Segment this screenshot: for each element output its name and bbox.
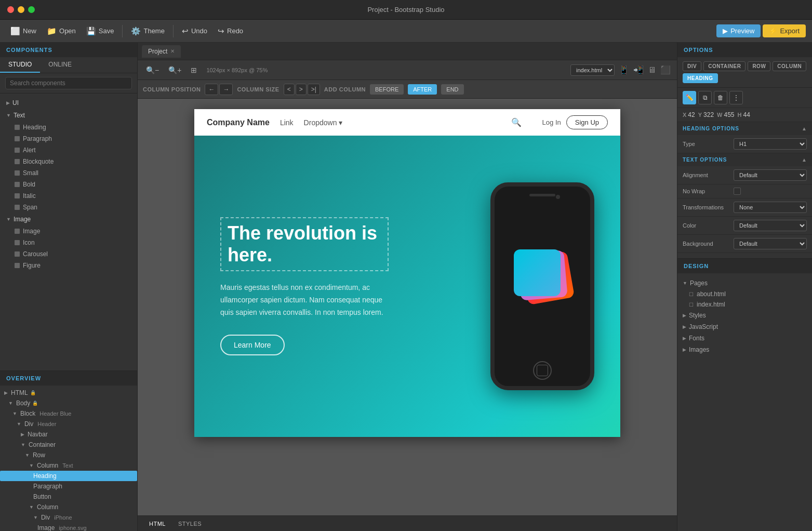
- ov-html[interactable]: ▶ HTML 🔒: [0, 388, 137, 398]
- widescreen-view-button[interactable]: ⬛: [659, 64, 672, 76]
- bottom-tab-html[interactable]: HTML: [143, 519, 172, 529]
- search-input[interactable]: [5, 77, 132, 89]
- ov-block[interactable]: ▼ Block Header Blue: [0, 408, 137, 419]
- ov-navbar[interactable]: ▶ Navbar: [0, 429, 137, 440]
- nowrap-checkbox[interactable]: [734, 188, 741, 195]
- site-login[interactable]: Log In: [542, 118, 561, 126]
- redo-button[interactable]: ↪ Redo: [214, 24, 247, 38]
- tree-item-figure[interactable]: Figure: [0, 260, 137, 271]
- tree-item-icon[interactable]: Icon: [0, 237, 137, 248]
- tree-item-paragraph[interactable]: Paragraph: [0, 133, 137, 144]
- theme-button[interactable]: ⚙️ Theme: [127, 24, 168, 38]
- export-button[interactable]: ⚡ Export: [763, 24, 806, 37]
- minimize-button[interactable]: [18, 6, 24, 13]
- ov-button[interactable]: Button: [0, 492, 137, 502]
- tab-div[interactable]: DIV: [683, 61, 701, 71]
- tab-online[interactable]: ONLINE: [40, 57, 80, 73]
- close-tab-icon[interactable]: ✕: [170, 48, 175, 54]
- tree-item-small[interactable]: Small: [0, 167, 137, 179]
- col-size-max-button[interactable]: >|: [308, 84, 320, 95]
- tree-section-ui-header[interactable]: ▶ UI: [0, 97, 137, 109]
- tree-item-italic[interactable]: Italic: [0, 190, 137, 202]
- image-arrow: ▼: [6, 217, 11, 222]
- tab-studio[interactable]: STUDIO: [0, 57, 40, 73]
- phone-home-inner: [537, 365, 548, 376]
- tree-item-bold[interactable]: Bold: [0, 179, 137, 190]
- ov-column-text[interactable]: ▼ Column Text: [0, 460, 137, 471]
- ui-label: UI: [12, 99, 19, 107]
- end-button[interactable]: END: [441, 84, 463, 95]
- edit-icon-button[interactable]: ✏️: [683, 91, 696, 104]
- design-styles[interactable]: ▶ Styles: [683, 310, 807, 321]
- color-label: Color: [683, 222, 729, 229]
- text-options-section[interactable]: TEXT OPTIONS ▲: [677, 153, 812, 166]
- tree-section-text-header[interactable]: ▼ Text: [0, 109, 137, 122]
- bottom-tab-styles[interactable]: STYLES: [172, 519, 208, 529]
- before-button[interactable]: BEFORE: [370, 84, 404, 95]
- zoom-out-button[interactable]: 🔍−: [143, 64, 162, 76]
- transformations-select[interactable]: None Uppercase Lowercase Capitalize: [734, 202, 807, 213]
- fit-screen-button[interactable]: ⊞: [188, 64, 200, 76]
- design-javascript[interactable]: ▶ JavaScript: [683, 321, 807, 333]
- site-signup[interactable]: Sign Up: [566, 115, 608, 129]
- col-pos-left-button[interactable]: ←: [205, 84, 218, 95]
- ov-div-header[interactable]: ▼ Div Header: [0, 419, 137, 429]
- save-button[interactable]: 💾 Save: [82, 24, 118, 38]
- alignment-select[interactable]: Default Left Center Right: [734, 169, 807, 181]
- color-select[interactable]: Default: [734, 220, 807, 231]
- copy-icon-button[interactable]: ⧉: [698, 91, 712, 104]
- ov-column-2[interactable]: ▼ Column: [0, 502, 137, 512]
- undo-button[interactable]: ↩ Undo: [178, 24, 211, 38]
- tree-item-heading[interactable]: Heading: [0, 122, 137, 133]
- tablet-view-button[interactable]: 📲: [632, 64, 645, 76]
- ov-image-iphone[interactable]: Image iphone.svg: [0, 523, 137, 531]
- alignment-label: Alignment: [683, 172, 729, 178]
- open-button[interactable]: 📁 Open: [43, 24, 80, 38]
- tree-item-carousel[interactable]: Carousel: [0, 248, 137, 260]
- col-size-increase-button[interactable]: >: [296, 84, 307, 95]
- mobile-view-button[interactable]: 📱: [618, 64, 630, 76]
- design-index-html[interactable]: ☐ index.html: [683, 299, 807, 310]
- ov-row[interactable]: ▼ Row: [0, 450, 137, 460]
- tree-item-alert[interactable]: Alert: [0, 144, 137, 156]
- heading-options-section[interactable]: HEADING OPTIONS ▲: [677, 122, 812, 135]
- tree-item-span[interactable]: Span: [0, 202, 137, 213]
- design-fonts[interactable]: ▶ Fonts: [683, 333, 807, 344]
- new-button[interactable]: ⬜ New: [6, 24, 41, 38]
- tab-row[interactable]: ROW: [748, 61, 770, 71]
- tab-column[interactable]: COLUMN: [773, 61, 806, 71]
- tree-item-image[interactable]: Image: [0, 225, 137, 237]
- design-about-html[interactable]: ☐ about.html: [683, 289, 807, 299]
- tree-item-blockquote[interactable]: Blockquote: [0, 156, 137, 167]
- more-icon-button[interactable]: ⋮: [729, 91, 743, 104]
- ov-body[interactable]: ▼ Body 🔒: [0, 398, 137, 408]
- col-pos-right-button[interactable]: →: [219, 84, 233, 95]
- col-text-arrow: ▼: [29, 463, 34, 468]
- tab-container[interactable]: CONTAINER: [703, 61, 746, 71]
- file-select[interactable]: index.html: [570, 64, 615, 76]
- after-button[interactable]: AFTER: [408, 84, 437, 95]
- site-nav-dropdown[interactable]: Dropdown ▾: [304, 118, 343, 127]
- desktop-view-button[interactable]: 🖥: [647, 64, 657, 76]
- ov-heading[interactable]: Heading: [0, 471, 137, 481]
- preview-button[interactable]: ▶ Preview: [716, 24, 761, 37]
- zoom-in-button[interactable]: 🔍+: [165, 64, 184, 76]
- tree-section-image-header[interactable]: ▼ Image: [0, 213, 137, 225]
- design-images[interactable]: ▶ Images: [683, 344, 807, 355]
- site-search-icon[interactable]: 🔍: [511, 117, 522, 127]
- site-hero-btn[interactable]: Learn More: [220, 335, 285, 355]
- ov-paragraph[interactable]: Paragraph: [0, 481, 137, 492]
- site-nav-link[interactable]: Link: [280, 118, 294, 127]
- maximize-button[interactable]: [28, 6, 35, 13]
- design-pages[interactable]: ▼ Pages: [683, 277, 807, 289]
- tab-heading[interactable]: HEADING: [683, 73, 718, 83]
- project-tab[interactable]: Project ✕: [142, 45, 181, 58]
- col-size-decrease-button[interactable]: <: [284, 84, 295, 95]
- open-label: Open: [59, 27, 76, 35]
- ov-container[interactable]: ▼ Container: [0, 440, 137, 450]
- delete-icon-button[interactable]: 🗑: [714, 91, 727, 104]
- close-button[interactable]: [7, 6, 14, 13]
- ov-div-iphone[interactable]: ▼ Div iPhone: [0, 512, 137, 523]
- background-select[interactable]: Default: [734, 238, 807, 249]
- heading-type-select[interactable]: H1 H2 H3 H4 H5 H6: [734, 138, 807, 150]
